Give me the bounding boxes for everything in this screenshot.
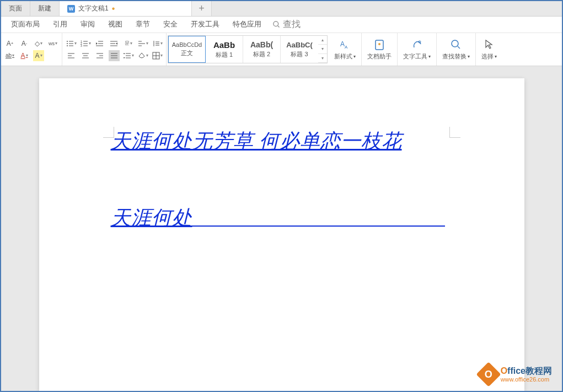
style-body-text[interactable]: AaBbCcDd 正文 — [168, 36, 206, 63]
new-style-button[interactable]: AA 新样式▾ — [329, 33, 362, 66]
button-label: 查找替换 — [442, 52, 467, 61]
indent-decrease-button[interactable] — [94, 38, 105, 49]
margin-corner-icon — [103, 127, 114, 138]
new-style-icon: AA — [339, 38, 351, 51]
tab-label: 页面 — [9, 4, 22, 13]
page[interactable]: 天涯何处无芳草 何必单恋一枝花 天涯何处 — [39, 78, 524, 391]
font-grow-button[interactable]: A+ — [4, 38, 15, 49]
style-label: 标题 3 — [291, 50, 308, 58]
menu-security[interactable]: 安全 — [157, 17, 184, 33]
watermark-site: Office教程网 — [501, 366, 552, 376]
style-preview: AaBb — [213, 40, 235, 50]
gallery-down-button[interactable]: ▾ — [318, 45, 327, 53]
tab-label: 新建 — [38, 4, 51, 13]
svg-line-1 — [277, 25, 279, 27]
document-text-line-1[interactable]: 天涯何处无芳草 何必单恋一枝花 — [111, 128, 453, 155]
svg-text:3: 3 — [81, 44, 82, 47]
find-replace-icon — [450, 38, 462, 51]
find-replace-button[interactable]: 查找替换▾ — [437, 33, 476, 66]
menu-bar: 页面布局 引用 审阅 视图 章节 安全 开发工具 特色应用 查找 — [1, 17, 562, 33]
menu-sections[interactable]: 章节 — [129, 17, 157, 33]
doc-helper-button[interactable]: 文档助手 — [362, 33, 398, 66]
tab-partial-page[interactable]: 页面 — [1, 1, 30, 16]
underline-extension — [191, 225, 445, 227]
select-icon — [483, 38, 495, 51]
align-right-button[interactable] — [94, 50, 105, 61]
menu-page-layout[interactable]: 页面布局 — [4, 17, 46, 33]
document-text-line-2[interactable]: 天涯何处 — [111, 205, 453, 232]
style-gallery: AaBbCcDd 正文 AaBb 标题 1 AaBb( 标题 2 AaBbC( … — [168, 35, 328, 63]
align-center-button[interactable] — [80, 50, 91, 61]
clear-format-button[interactable]: ◇ — [33, 38, 44, 49]
style-preview: AaBb( — [250, 40, 273, 49]
menu-dev-tools[interactable]: 开发工具 — [184, 17, 226, 33]
align-justify-button[interactable] — [109, 50, 120, 61]
subscript-button[interactable]: ab — [4, 50, 15, 61]
text-content: 天涯何处 — [111, 206, 192, 229]
svg-point-4 — [67, 43, 68, 44]
style-label: 正文 — [181, 49, 193, 57]
tab-label: 文字文稿1 — [78, 4, 109, 13]
style-heading-3[interactable]: AaBbC( 标题 3 — [281, 36, 318, 63]
svg-text:A: A — [340, 40, 345, 48]
button-label: 新样式 — [334, 52, 352, 61]
style-preview: AaBbC( — [286, 41, 313, 49]
watermark: O Office教程网 www.office26.com — [480, 366, 552, 383]
svg-text:A: A — [345, 45, 348, 50]
menu-references[interactable]: 引用 — [46, 17, 74, 33]
modified-dot-icon: • — [112, 4, 115, 14]
ribbon-paragraph-group: 123 문 — [62, 33, 167, 66]
text-tools-button[interactable]: 文字工具▾ — [398, 33, 437, 66]
style-label: 标题 2 — [253, 50, 270, 58]
shading-button[interactable] — [137, 50, 148, 61]
align-distribute-button[interactable] — [137, 38, 148, 49]
pinyin-button[interactable]: ws — [47, 38, 58, 49]
highlight-button[interactable]: A — [33, 50, 44, 61]
spacing-button[interactable] — [152, 38, 163, 49]
svg-point-2 — [67, 41, 68, 42]
ribbon-font-group: A+ A- ◇ ws ab A A — [1, 33, 62, 66]
font-color-button[interactable]: A — [19, 50, 30, 61]
bullet-list-button[interactable] — [66, 38, 77, 49]
gallery-up-button[interactable]: ▴ — [318, 36, 327, 45]
svg-point-0 — [274, 22, 278, 26]
watermark-url: www.office26.com — [501, 376, 552, 383]
text-direction-button[interactable]: 문 — [123, 38, 134, 49]
doc-helper-icon — [373, 38, 385, 51]
menu-review[interactable]: 审阅 — [74, 17, 101, 33]
style-heading-1[interactable]: AaBb 标题 1 — [206, 36, 243, 63]
search-icon — [272, 20, 281, 29]
ribbon-toolbar: A+ A- ◇ ws ab A A 123 문 — [1, 33, 562, 66]
indent-increase-button[interactable] — [109, 38, 120, 49]
tab-document-active[interactable]: W 文字文稿1 • — [60, 1, 192, 16]
plus-icon: + — [199, 3, 205, 14]
document-canvas[interactable]: 天涯何处无芳草 何必单恋一枝花 天涯何处 — [1, 66, 562, 391]
search-label: 查找 — [283, 19, 301, 30]
tab-add-button[interactable]: + — [192, 1, 212, 16]
style-preview: AaBbCcDd — [172, 41, 202, 48]
text-tools-icon — [411, 38, 423, 51]
tab-new[interactable]: 新建 — [30, 1, 60, 16]
button-label: 文档助手 — [367, 52, 392, 61]
button-label: 文字工具 — [403, 52, 427, 61]
style-label: 标题 1 — [216, 51, 233, 59]
borders-button[interactable] — [152, 50, 163, 61]
menu-view[interactable]: 视图 — [101, 17, 129, 33]
menu-special[interactable]: 特色应用 — [226, 17, 268, 33]
gallery-scroll: ▴ ▾ ▾ — [318, 36, 327, 63]
margin-corner-icon — [449, 127, 460, 138]
watermark-logo-icon: O — [476, 362, 501, 386]
style-heading-2[interactable]: AaBb( 标题 2 — [243, 36, 281, 63]
svg-point-48 — [378, 43, 380, 45]
number-list-button[interactable]: 123 — [80, 38, 91, 49]
tab-bar: 页面 新建 W 文字文稿1 • + — [1, 1, 562, 17]
button-label: 选择 — [481, 52, 494, 61]
align-left-button[interactable] — [66, 50, 77, 61]
line-height-button[interactable] — [123, 50, 134, 61]
gallery-expand-button[interactable]: ▾ — [318, 54, 327, 63]
svg-point-6 — [67, 45, 68, 46]
search-box[interactable]: 查找 — [272, 19, 301, 30]
select-button[interactable]: 选择▾ — [476, 33, 502, 66]
font-shrink-button[interactable]: A- — [19, 38, 30, 49]
svg-point-50 — [452, 40, 458, 47]
